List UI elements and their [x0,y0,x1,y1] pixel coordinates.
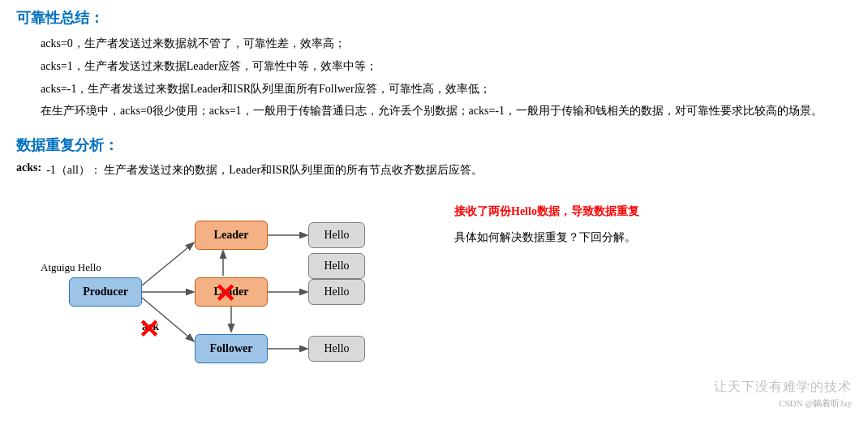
duplicate-warning-text: 接收了两份Hello数据，导致数据重复 [454,204,639,219]
atguigu-label: Atguigu Hello [41,261,101,274]
reliability-item-0: acks=0，生产者发送过来数据就不管了，可靠性差，效率高； [41,34,852,54]
data-dup-section: 数据重复分析： acks: -1（all）： 生产者发送过来的数据，Leader… [16,135,852,409]
acks-label: acks: [16,161,41,174]
hello-box-3: Hello [308,279,365,305]
diagram-left: Atguigu Hello [16,188,438,375]
leader1-box: Leader [195,221,268,250]
hello-box-4: Hello [308,336,365,362]
datadup-title: 数据重复分析： [16,135,852,155]
diagram-right: 接收了两份Hello数据，导致数据重复 具体如何解决数据重复？下回分解。 [438,188,639,245]
red-x-ack-icon: ✕ [138,316,160,342]
acks-line: acks: -1（all）： 生产者发送过来的数据，Leader和ISR队列里面… [16,161,852,179]
csdn-label: CSDN @躺着听Jay [779,397,852,410]
watermark-text: 让天下没有难学的技术 [714,379,852,396]
reliability-section: 可靠性总结： acks=0，生产者发送过来数据就不管了，可靠性差，效率高； ac… [16,8,852,121]
diagram-container: Atguigu Hello [16,188,852,375]
reliability-item-2: acks=-1，生产者发送过来数据Leader和ISR队列里面所有Follwer… [41,79,852,99]
acks-value: -1（all）： 生产者发送过来的数据，Leader和ISR队列里面的所有节点收… [46,161,483,179]
svg-line-0 [142,243,193,285]
producer-box: Producer [69,277,142,307]
resolve-text: 具体如何解决数据重复？下回分解。 [454,230,639,245]
hello-box-2: Hello [308,253,365,279]
red-x-leader-icon: ✕ [214,281,236,307]
follower-box: Follower [195,334,268,363]
hello-box-1: Hello [308,222,365,248]
reliability-title: 可靠性总结： [16,8,852,28]
footer-area: 让天下没有难学的技术 CSDN @躺着听Jay [16,379,852,410]
reliability-note: 在生产环境中，acks=0很少使用；acks=1，一般用于传输普通日志，允许丢个… [41,101,852,121]
reliability-item-1: acks=1，生产者发送过来数据Leader应答，可靠性中等，效率中等； [41,57,852,76]
